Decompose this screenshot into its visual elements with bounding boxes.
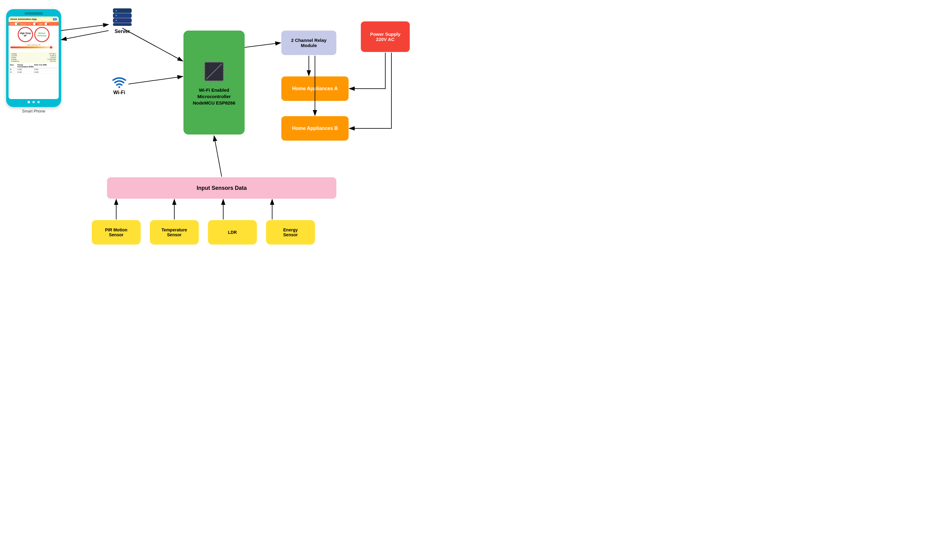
app-title: Home Automation App [11, 18, 37, 20]
temp-circle: High Temp28° [18, 27, 33, 42]
phone-dots [9, 101, 59, 103]
google-button[interactable]: G [53, 18, 57, 20]
light-label: Light : [38, 23, 43, 25]
wifi-icon [110, 73, 128, 89]
temp-sensor-box: TemperatureSensor [150, 220, 199, 245]
light-intensity-label: Light Intensity 28 [26, 44, 40, 46]
energy-sensor-box: EnergySensor [266, 220, 315, 245]
sensors-row: PIR MotionSensor TemperatureSensor LDR E… [92, 220, 315, 245]
appliance-b-box: Home Appliances B [281, 116, 349, 141]
wifi-label: Wi-Fi [114, 90, 125, 95]
svg-point-7 [119, 86, 120, 88]
appliance-b-label: Home Appliances B [292, 126, 338, 131]
smartphone-container: Home Automation App G Auto Manual Fan : … [6, 9, 61, 114]
table-row: 21 0.182 0.041 [10, 68, 57, 71]
power-label: Power Supply 220V AC [370, 31, 400, 42]
ldr-box: LDR [208, 220, 257, 245]
table-header: Days Energy Consumption (KWh) Daily Cost… [10, 63, 57, 68]
motion-text: MotionDetected [37, 32, 46, 37]
dot-1 [28, 101, 30, 103]
svg-rect-3 [113, 23, 131, 26]
input-sensors-box: Input Sensors Data [107, 177, 336, 199]
auto-label: Auto [10, 23, 14, 25]
phone-data-values: Voltage: 247.90 V Current: 0.000 A Power… [10, 52, 57, 63]
fan-label: Fan : [28, 23, 32, 25]
phone-label: Smart Phone [22, 109, 45, 114]
svg-point-5 [115, 15, 117, 16]
appliance-a-label: Home Appliances A [292, 86, 337, 91]
high-temp-text: High Temp28° [20, 32, 31, 37]
auto-toggle[interactable] [15, 23, 19, 25]
energy-sensor-label: EnergySensor [283, 228, 297, 237]
phone-notch [25, 12, 43, 15]
phone-screen: Home Automation App G Auto Manual Fan : … [9, 17, 59, 99]
server-label: Server [115, 29, 130, 34]
temp-sensor-label: TemperatureSensor [162, 228, 187, 237]
phone-table: Days Energy Consumption (KWh) Daily Cost… [10, 63, 57, 74]
ldr-label: LDR [228, 230, 237, 235]
mcu-label: Wi-Fi Enabled Microcontroller NodeMCU ES… [192, 87, 235, 106]
dot-2 [32, 101, 35, 103]
mcu-chip-icon [199, 59, 229, 84]
svg-point-6 [115, 20, 117, 21]
pir-label: PIR MotionSensor [105, 228, 127, 237]
wifi-box: Wi-Fi [110, 73, 128, 95]
server-box: Server [110, 6, 134, 34]
table-row: 22 0.192 0.043 [10, 71, 57, 74]
diagram: Home Automation App G Auto Manual Fan : … [0, 0, 473, 280]
light-toggle[interactable] [45, 23, 49, 25]
dot-3 [37, 101, 40, 103]
light-bar-container: Light Intensity 28 [9, 43, 59, 51]
manual-label: Manual [20, 23, 26, 25]
phone-header: Home Automation App G [9, 17, 59, 22]
data-frequency: Frequency: 49.9 Hz [11, 60, 56, 62]
server-icon [110, 6, 134, 28]
fan-toggle[interactable] [33, 23, 37, 25]
mcu-box: Wi-Fi Enabled Microcontroller NodeMCU ES… [183, 31, 245, 134]
phone: Home Automation App G Auto Manual Fan : … [6, 9, 61, 107]
power-supply-box: Power Supply 220V AC [361, 22, 410, 52]
motion-circle: MotionDetected [34, 27, 49, 42]
appliance-a-box: Home Appliances A [281, 77, 349, 101]
input-sensors-label: Input Sensors Data [197, 185, 247, 191]
sensor-circles: High Temp28° MotionDetected [9, 26, 59, 43]
svg-point-4 [115, 10, 117, 11]
relay-box: 2 Channel Relay Module [281, 31, 336, 55]
pir-sensor-box: PIR MotionSensor [92, 220, 141, 245]
phone-controls: Auto Manual Fan : Light : [9, 22, 59, 26]
relay-label: 2 Channel Relay Module [284, 38, 334, 48]
